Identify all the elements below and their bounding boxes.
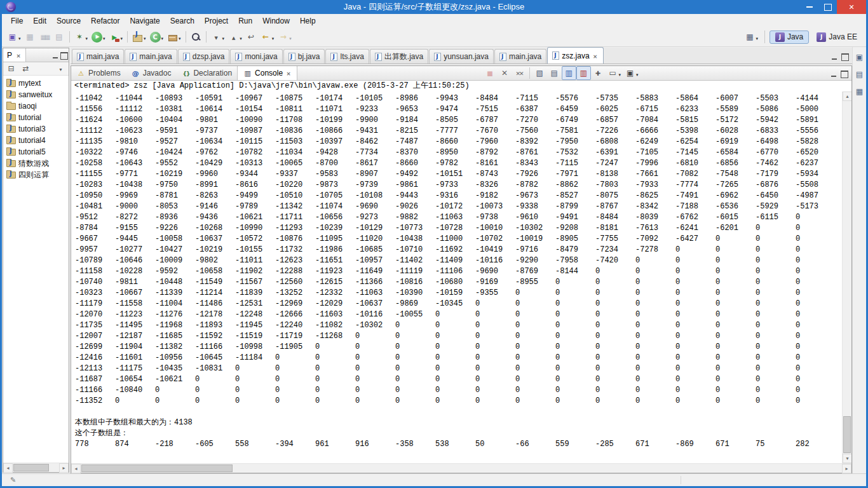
editor-tab[interactable]: moni.java: [230, 49, 282, 64]
new-class-dropdown-icon[interactable]: [161, 31, 164, 43]
menu-run[interactable]: Run: [233, 15, 257, 27]
debug-button[interactable]: [72, 30, 90, 44]
next-annotation-dropdown-icon[interactable]: [222, 31, 225, 43]
scroll-left-icon[interactable]: [71, 464, 81, 473]
open-perspective-button[interactable]: [742, 30, 760, 44]
editor-tab[interactable]: main.java: [494, 49, 546, 64]
maximize-window-button[interactable]: [818, 0, 837, 14]
scroll-thumb[interactable]: [81, 464, 233, 472]
editor-tab[interactable]: dzsp.java: [178, 49, 230, 64]
maximize-editor-icon[interactable]: [839, 51, 850, 62]
new-java-project-button[interactable]: [130, 30, 148, 44]
project-item[interactable]: sanweitux: [3, 89, 69, 100]
scroll-left-icon[interactable]: [3, 463, 13, 473]
editor-tab[interactable]: lts.java: [325, 49, 369, 64]
menu-window[interactable]: Window: [257, 15, 295, 27]
external-tools-button[interactable]: [107, 30, 125, 44]
debug-dropdown-icon[interactable]: [86, 31, 88, 43]
run-dropdown-icon[interactable]: [103, 31, 105, 43]
display-console-button[interactable]: [606, 66, 623, 80]
display-console-dropdown-icon[interactable]: [619, 67, 621, 79]
project-item[interactable]: 四则运算: [3, 169, 69, 180]
prev-annotation-button[interactable]: [226, 30, 244, 44]
perspective-java-button[interactable]: Java: [770, 30, 809, 44]
console-hscrollbar[interactable]: [71, 463, 851, 473]
menu-help[interactable]: Help: [295, 15, 321, 27]
next-annotation-button[interactable]: [209, 30, 227, 44]
restore-trim-icon[interactable]: [854, 52, 865, 63]
new-class-button[interactable]: [148, 30, 166, 44]
remove-launch-button[interactable]: [498, 66, 512, 80]
menu-project[interactable]: Project: [200, 15, 233, 27]
new-package-button[interactable]: [165, 30, 183, 44]
scroll-down-icon[interactable]: [843, 454, 851, 463]
project-item[interactable]: tiaoqi: [3, 100, 69, 112]
menu-navigate[interactable]: Navigate: [125, 15, 165, 27]
project-item[interactable]: 猜数游戏: [3, 158, 69, 169]
perspective-javaee-button[interactable]: Java EE: [811, 30, 863, 44]
project-item[interactable]: mytext: [3, 78, 69, 89]
pin-console-button[interactable]: [591, 66, 606, 80]
scroll-up-icon[interactable]: [843, 92, 851, 101]
menu-refactor[interactable]: Refactor: [86, 15, 125, 27]
close-tab-icon[interactable]: [285, 70, 292, 76]
search-button[interactable]: [189, 30, 203, 44]
menu-search[interactable]: Search: [165, 15, 200, 27]
collapse-all-button[interactable]: [4, 62, 18, 76]
maximize-view-icon[interactable]: [60, 50, 69, 60]
new-wizard-button[interactable]: [5, 30, 23, 44]
menu-edit[interactable]: Edit: [28, 15, 51, 27]
package-explorer-tab[interactable]: P: [3, 48, 26, 62]
view-menu-button[interactable]: [53, 62, 68, 76]
close-tab-icon[interactable]: [592, 53, 599, 59]
title-bar[interactable]: Java - 四则运算/src/子数组更改/zsz.java - Eclipse: [2, 0, 866, 14]
clear-console-button[interactable]: [532, 66, 547, 80]
editor-tab[interactable]: 出算数.java: [370, 49, 428, 64]
menu-source[interactable]: Source: [51, 15, 86, 27]
minimize-editor-icon[interactable]: [829, 51, 839, 62]
external-tools-dropdown-icon[interactable]: [121, 31, 123, 43]
run-button[interactable]: [90, 30, 107, 44]
remove-all-button[interactable]: [512, 66, 527, 80]
new-java-project-dropdown-icon[interactable]: [144, 31, 146, 43]
editor-tab[interactable]: bj.java: [283, 49, 325, 64]
view-tab-javadoc[interactable]: Javadoc: [126, 66, 177, 80]
close-view-icon[interactable]: [15, 52, 22, 58]
scroll-right-icon[interactable]: [59, 463, 69, 473]
new-wizard-dropdown-icon[interactable]: [18, 31, 21, 43]
prev-annotation-dropdown-icon[interactable]: [240, 31, 242, 43]
show-stdout-button[interactable]: [562, 66, 576, 80]
scroll-thumb[interactable]: [13, 464, 49, 471]
close-window-button[interactable]: [837, 0, 866, 14]
project-item[interactable]: tutorial3: [3, 123, 69, 135]
minimize-console-icon[interactable]: [828, 68, 839, 79]
open-console-button[interactable]: [623, 66, 641, 80]
project-item[interactable]: tutorial4: [3, 135, 69, 146]
last-edit-button[interactable]: [244, 30, 259, 44]
show-stderr-button[interactable]: [576, 66, 591, 80]
view-tab-problems[interactable]: Problems: [71, 66, 126, 80]
editor-tab[interactable]: main.java: [72, 49, 124, 64]
editor-tab[interactable]: main.java: [125, 49, 177, 64]
scroll-lock-button[interactable]: [547, 66, 562, 80]
new-package-dropdown-icon[interactable]: [179, 31, 181, 43]
open-console-dropdown-icon[interactable]: [636, 67, 639, 79]
back-button[interactable]: [259, 30, 276, 44]
minimize-window-button[interactable]: [800, 0, 818, 14]
view-tab-declaration[interactable]: Declaration: [176, 66, 237, 80]
scroll-right-icon[interactable]: [842, 464, 851, 473]
console-output[interactable]: -11042-11044-10893-10591-10967-10875-101…: [71, 92, 851, 463]
back-dropdown-icon[interactable]: [272, 31, 275, 43]
menu-file[interactable]: File: [6, 15, 28, 27]
scroll-thumb[interactable]: [843, 416, 851, 453]
project-item[interactable]: tutorial: [3, 112, 69, 123]
editor-tab[interactable]: zsz.java: [547, 47, 603, 64]
link-editor-button[interactable]: [18, 62, 33, 76]
forward-dropdown-icon[interactable]: [289, 31, 292, 43]
minimize-view-icon[interactable]: [51, 50, 60, 60]
outline-icon[interactable]: [854, 69, 865, 80]
maximize-console-icon[interactable]: [839, 68, 850, 79]
project-item[interactable]: tutorial5: [3, 146, 69, 158]
grid-icon[interactable]: [854, 86, 865, 97]
view-tab-console[interactable]: Console: [237, 66, 297, 80]
